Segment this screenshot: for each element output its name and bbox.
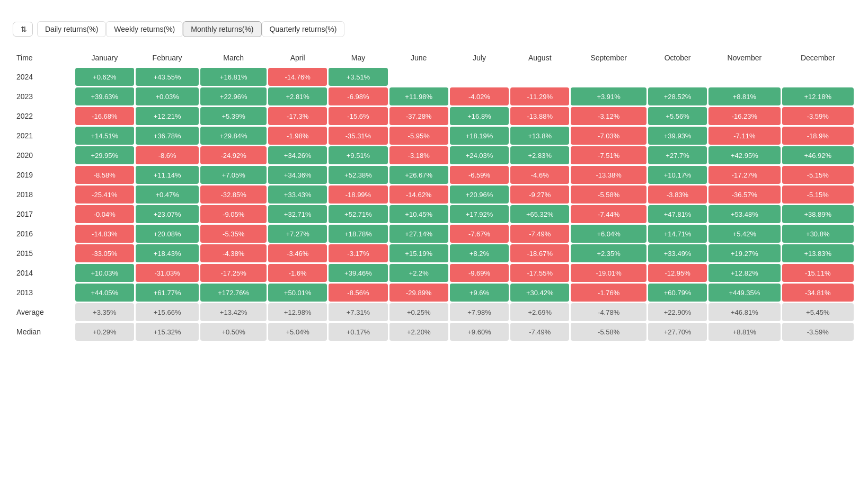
- cell-value: -1.98%: [268, 127, 327, 145]
- cell-value: +10.17%: [648, 166, 707, 184]
- cell-value: -15.6%: [329, 107, 387, 125]
- cell-value: [510, 68, 569, 86]
- year-label: 2017: [14, 205, 74, 223]
- cell-value: +9.51%: [329, 146, 387, 164]
- cell-value: -3.59%: [782, 107, 854, 125]
- average-cell: +22.90%: [648, 303, 707, 321]
- year-label: 2016: [14, 225, 74, 243]
- cell-value: -36.57%: [708, 185, 780, 204]
- cell-value: +27.14%: [389, 225, 448, 243]
- table-row: 2021+14.51%+36.78%+29.84%-1.98%-35.31%-5…: [14, 127, 854, 145]
- cell-value: -16.68%: [75, 107, 134, 125]
- cell-value: -4.38%: [200, 244, 267, 262]
- average-cell: +7.31%: [329, 303, 387, 321]
- cell-value: +172.76%: [200, 284, 267, 302]
- cell-value: -17.55%: [510, 264, 569, 282]
- median-cell: +0.29%: [75, 323, 134, 341]
- cell-value: +17.92%: [450, 205, 509, 223]
- table-row: 2022-16.68%+12.21%+5.39%-17.3%-15.6%-37.…: [14, 107, 854, 125]
- cell-value: -6.98%: [329, 87, 387, 105]
- cell-value: [648, 68, 707, 86]
- cell-value: -1.76%: [571, 284, 646, 302]
- cell-value: -14.76%: [268, 68, 327, 86]
- cell-value: +65.32%: [510, 205, 569, 223]
- cell-value: +32.71%: [268, 205, 327, 223]
- cell-value: -16.23%: [708, 107, 780, 125]
- cell-value: +5.42%: [708, 225, 780, 243]
- cell-value: +20.96%: [450, 185, 509, 204]
- cell-value: -31.03%: [136, 264, 199, 282]
- cell-value: -4.02%: [450, 87, 509, 105]
- median-cell: +27.70%: [648, 323, 707, 341]
- cell-value: +2.2%: [389, 264, 448, 282]
- cell-value: +42.95%: [708, 146, 780, 164]
- median-cell: -3.59%: [782, 323, 854, 341]
- col-august: August: [510, 49, 569, 66]
- col-time: Time: [14, 49, 74, 66]
- cell-value: +5.39%: [200, 107, 267, 125]
- cell-value: +12.21%: [136, 107, 199, 125]
- cell-value: -24.92%: [200, 146, 267, 164]
- cell-value: -3.17%: [329, 244, 387, 262]
- cell-value: -8.6%: [136, 146, 199, 164]
- cell-value: -5.35%: [200, 225, 267, 243]
- cell-value: +27.7%: [648, 146, 707, 164]
- cell-value: -18.99%: [329, 185, 387, 204]
- cell-value: +7.27%: [268, 225, 327, 243]
- tab-weekly-returns---[interactable]: Weekly returns(%): [106, 21, 183, 37]
- cell-value: +34.36%: [268, 166, 327, 184]
- cell-value: +7.05%: [200, 166, 267, 184]
- cell-value: -33.05%: [75, 244, 134, 262]
- median-cell: +5.04%: [268, 323, 327, 341]
- cell-value: +34.26%: [268, 146, 327, 164]
- median-cell: +0.17%: [329, 323, 387, 341]
- cell-value: +5.56%: [648, 107, 707, 125]
- col-february: February: [136, 49, 199, 66]
- cell-value: -5.15%: [782, 166, 854, 184]
- cell-value: -34.81%: [782, 284, 854, 302]
- tab-quarterly-returns---[interactable]: Quarterly returns(%): [262, 21, 345, 37]
- cell-value: -13.88%: [510, 107, 569, 125]
- cell-value: -7.44%: [571, 205, 646, 223]
- cell-value: -29.89%: [389, 284, 448, 302]
- average-cell: +5.45%: [782, 303, 854, 321]
- table-row: 2017-0.04%+23.07%-9.05%+32.71%+52.71%+10…: [14, 205, 854, 223]
- cell-value: +44.05%: [75, 284, 134, 302]
- table-row: 2018-25.41%+0.47%-32.85%+33.43%-18.99%-1…: [14, 185, 854, 204]
- cell-value: +11.14%: [136, 166, 199, 184]
- average-cell: +2.69%: [510, 303, 569, 321]
- cell-value: +39.93%: [648, 127, 707, 145]
- cell-value: +0.62%: [75, 68, 134, 86]
- average-cell: +7.98%: [450, 303, 509, 321]
- cell-value: +18.43%: [136, 244, 199, 262]
- cell-value: +8.2%: [450, 244, 509, 262]
- year-label: 2014: [14, 264, 74, 282]
- cell-value: +39.63%: [75, 87, 134, 105]
- cell-value: +0.47%: [136, 185, 199, 204]
- cell-value: +28.52%: [648, 87, 707, 105]
- year-label: 2018: [14, 185, 74, 204]
- tab-daily-returns---[interactable]: Daily returns(%): [37, 21, 106, 37]
- table-row: 2020+29.95%-8.6%-24.92%+34.26%+9.51%-3.1…: [14, 146, 854, 164]
- col-january: January: [75, 49, 134, 66]
- table-row: 2024+0.62%+43.55%+16.81%-14.76%+3.51%: [14, 68, 854, 86]
- cell-value: +2.83%: [510, 146, 569, 164]
- year-label: 2021: [14, 127, 74, 145]
- cell-value: +29.84%: [200, 127, 267, 145]
- col-june: June: [389, 49, 448, 66]
- cell-value: -3.18%: [389, 146, 448, 164]
- cell-value: +449.35%: [708, 284, 780, 302]
- year-label: 2022: [14, 107, 74, 125]
- cell-value: -7.11%: [708, 127, 780, 145]
- tabs-container: Daily returns(%)Weekly returns(%)Monthly…: [37, 21, 344, 37]
- cell-value: -35.31%: [329, 127, 387, 145]
- tab-monthly-returns---[interactable]: Monthly returns(%): [183, 21, 261, 37]
- col-april: April: [268, 49, 327, 66]
- median-cell: -7.49%: [510, 323, 569, 341]
- cell-value: +24.03%: [450, 146, 509, 164]
- cell-value: -8.56%: [329, 284, 387, 302]
- cell-value: -32.85%: [200, 185, 267, 204]
- asset-selector[interactable]: ⇅: [13, 22, 33, 37]
- median-cell: +2.20%: [389, 323, 448, 341]
- cell-value: [782, 68, 854, 86]
